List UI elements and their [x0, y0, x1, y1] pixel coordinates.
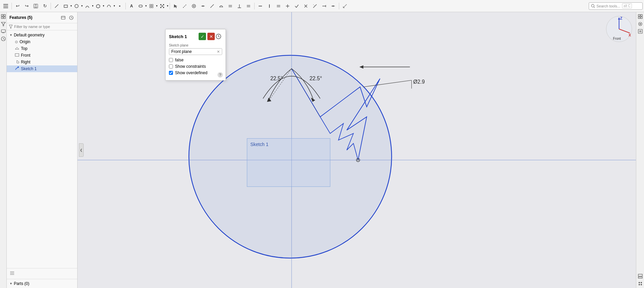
- pattern-tool[interactable]: [158, 2, 167, 10]
- undo-button[interactable]: ↩: [13, 2, 22, 10]
- refresh-button[interactable]: ↻: [40, 2, 49, 10]
- text-tool[interactable]: A: [127, 2, 136, 10]
- list-icon: [9, 270, 15, 276]
- redo-button[interactable]: ↪: [22, 2, 31, 10]
- svg-point-108: [641, 282, 642, 283]
- svg-point-20: [162, 5, 163, 7]
- disable-imprinting-label[interactable]: false: [175, 58, 183, 62]
- pattern-dropdown-arrow[interactable]: ▾: [167, 4, 168, 7]
- 3d-view-widget[interactable]: Z X Front: [606, 16, 633, 42]
- left-icon-messages[interactable]: [0, 28, 6, 34]
- disable-imprinting-checkbox[interactable]: [169, 58, 173, 62]
- coincident-tool[interactable]: [189, 2, 198, 10]
- sketch-help-button[interactable]: ?: [217, 72, 223, 78]
- equals-line-tool[interactable]: [274, 2, 283, 10]
- app-menu-button[interactable]: [1, 2, 10, 10]
- point-tool[interactable]: [115, 2, 124, 10]
- tree-group-default-geometry[interactable]: ▼ Default geometry: [7, 32, 77, 38]
- arc-dropdown[interactable]: ▾: [83, 2, 93, 10]
- slot-tool[interactable]: [136, 2, 145, 10]
- svg-line-82: [363, 80, 412, 87]
- dimension-tool[interactable]: [180, 2, 189, 10]
- extend-tool[interactable]: [320, 2, 328, 10]
- right-icon-1[interactable]: [637, 13, 643, 20]
- save-button[interactable]: [31, 2, 40, 10]
- tangent-tool[interactable]: [217, 2, 226, 10]
- polygon-tool[interactable]: [94, 2, 103, 10]
- show-overdefined-checkbox[interactable]: [169, 71, 173, 75]
- polygon-dropdown[interactable]: ▾: [94, 2, 104, 10]
- perpendicular-tool[interactable]: [235, 2, 244, 10]
- fix-tool[interactable]: [208, 2, 216, 10]
- svg-point-110: [641, 284, 642, 285]
- rectangle-tool[interactable]: [61, 2, 70, 10]
- divide-tool[interactable]: [329, 2, 338, 10]
- horizontal-line-tool[interactable]: [256, 2, 265, 10]
- sketch-clock-button[interactable]: [215, 33, 222, 40]
- polygon-dropdown-arrow[interactable]: ▾: [103, 4, 104, 7]
- sketch-plane-select[interactable]: Front plane ✕: [169, 48, 222, 55]
- grid-dropdown-arrow[interactable]: ▾: [156, 4, 157, 7]
- vertical-line-tool[interactable]: [265, 2, 274, 10]
- tree-item-front[interactable]: Front: [7, 52, 77, 59]
- left-icon-features[interactable]: [0, 13, 6, 20]
- tree-item-right-label: Right: [21, 60, 30, 64]
- rectangle-dropdown-arrow[interactable]: ▾: [70, 4, 72, 7]
- parallel-tool[interactable]: [226, 2, 235, 10]
- canvas-area[interactable]: 22.5° 22.5° Ø2.9 Sketch 1: [78, 12, 636, 288]
- circle-dropdown[interactable]: ▾: [72, 2, 83, 10]
- sidebar-collapse-handle[interactable]: ❮: [79, 143, 84, 157]
- slot-dropdown[interactable]: ▾: [136, 2, 147, 10]
- tree-item-sketch1[interactable]: Sketch 1: [7, 65, 77, 72]
- check-tool[interactable]: [292, 2, 301, 10]
- right-icon-2[interactable]: [637, 21, 643, 27]
- cross-tool[interactable]: [283, 2, 292, 10]
- circle-tool[interactable]: [72, 2, 81, 10]
- filter-input[interactable]: [14, 25, 75, 29]
- spline-dropdown-arrow[interactable]: ▾: [114, 4, 115, 7]
- arc-dropdown-arrow[interactable]: ▾: [92, 4, 93, 7]
- search-tools-input[interactable]: Search tools... alt C: [589, 2, 643, 10]
- svg-rect-14: [150, 6, 151, 8]
- tree-item-origin[interactable]: ⊙ Origin: [7, 38, 77, 45]
- sketch-plane-section: Sketch plane Front plane ✕: [169, 44, 222, 55]
- sketch-cancel-button[interactable]: ✕: [207, 33, 215, 40]
- svg-line-26: [210, 6, 212, 8]
- svg-rect-15: [152, 6, 153, 8]
- parts-header[interactable]: ▼ Parts (0): [9, 280, 75, 287]
- tree-item-right[interactable]: Right: [7, 59, 77, 65]
- tree-item-top[interactable]: Top: [7, 45, 77, 52]
- right-icon-bottom-1[interactable]: [637, 273, 643, 279]
- toolbar-separator-5: [254, 3, 255, 9]
- spline-tool[interactable]: [105, 2, 113, 10]
- left-icon-filter[interactable]: [0, 21, 6, 27]
- grid-dropdown[interactable]: ▾: [147, 2, 157, 10]
- slot-dropdown-arrow[interactable]: ▾: [145, 4, 147, 7]
- sidebar-clock-button[interactable]: [68, 14, 75, 21]
- line-tool[interactable]: [52, 2, 61, 10]
- sketch-confirm-button[interactable]: ✓: [199, 33, 206, 40]
- measure-tool[interactable]: [341, 2, 349, 10]
- toolbar-separator-4: [170, 3, 170, 9]
- tree-group-label: Default geometry: [14, 33, 45, 37]
- svg-rect-11: [139, 5, 142, 7]
- grid-tool[interactable]: [147, 2, 156, 10]
- close-tool[interactable]: [301, 2, 310, 10]
- sketch-plane-clear[interactable]: ✕: [217, 50, 220, 54]
- select-tool[interactable]: [171, 2, 180, 10]
- right-icon-bottom-2[interactable]: [637, 281, 643, 287]
- equal-tool[interactable]: [244, 2, 253, 10]
- pattern-dropdown[interactable]: ▾: [158, 2, 168, 10]
- midpoint-tool[interactable]: [199, 2, 207, 10]
- parts-section: ▼ Parts (0): [7, 279, 77, 288]
- right-icon-3[interactable]: [637, 28, 643, 34]
- rectangle-dropdown[interactable]: ▾: [61, 2, 72, 10]
- spline-dropdown[interactable]: ▾: [105, 2, 115, 10]
- circle-dropdown-arrow[interactable]: ▾: [81, 4, 83, 7]
- arc-tool[interactable]: [83, 2, 92, 10]
- show-constraints-checkbox[interactable]: [169, 64, 173, 68]
- svg-rect-97: [638, 17, 640, 19]
- left-icon-clock[interactable]: [0, 36, 6, 42]
- sidebar-icon-button-1[interactable]: [60, 14, 66, 21]
- trim-tool[interactable]: [311, 2, 319, 10]
